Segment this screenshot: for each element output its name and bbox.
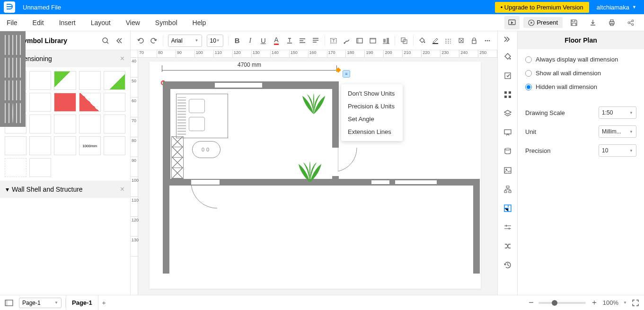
symbol-item[interactable] xyxy=(54,136,76,155)
font-select[interactable]: Arial▼ xyxy=(168,35,202,47)
menu-symbol[interactable]: Symbol xyxy=(155,19,177,27)
symbol-item[interactable] xyxy=(29,136,51,155)
shadow-button[interactable] xyxy=(457,34,466,47)
font-color-button[interactable]: A xyxy=(272,34,281,47)
align-button[interactable] xyxy=(298,34,307,47)
symbol-item[interactable] xyxy=(54,115,76,133)
symbol-item[interactable] xyxy=(54,93,76,112)
download-icon[interactable] xyxy=(585,16,600,29)
zoom-in-button[interactable]: ＋ xyxy=(591,298,598,308)
share-icon[interactable] xyxy=(623,16,638,29)
radio-always-display[interactable]: Always display wall dimension xyxy=(525,56,636,63)
bold-button[interactable]: B xyxy=(233,34,241,47)
canvas[interactable]: 7080901001101201301401501601701801902002… xyxy=(131,50,497,295)
symbol-item[interactable] xyxy=(20,103,21,123)
bed-symbol[interactable] xyxy=(176,94,228,138)
floorplan-icon[interactable] xyxy=(501,202,514,215)
italic-button[interactable]: I xyxy=(246,34,255,47)
symbol-item[interactable] xyxy=(9,103,9,123)
symbol-item[interactable] xyxy=(29,158,51,177)
mat-symbol[interactable]: 00 xyxy=(192,141,221,158)
symbol-item[interactable] xyxy=(104,115,125,133)
plant-symbol[interactable] xyxy=(300,92,327,115)
radio-show-all[interactable]: Show all wall dimension xyxy=(525,70,636,77)
underline-button[interactable]: U xyxy=(259,34,268,47)
menu-layout[interactable]: Layout xyxy=(91,19,111,27)
text-direction-button[interactable] xyxy=(285,34,294,47)
symbol-item[interactable]: 1000mm xyxy=(79,136,101,155)
export-icon[interactable] xyxy=(501,69,514,82)
symbol-item[interactable] xyxy=(5,80,6,100)
fullscreen-icon[interactable] xyxy=(632,299,639,307)
drawing-scale-select[interactable]: 1:50▼ xyxy=(599,106,636,119)
save-icon[interactable] xyxy=(566,16,582,29)
dimension-line[interactable]: 4700 mm xyxy=(162,65,337,75)
menu-help[interactable]: Help xyxy=(193,19,206,27)
zoom-slider[interactable] xyxy=(538,302,586,304)
plant-symbol[interactable] xyxy=(296,160,324,184)
dimension-options-button[interactable]: ≡ xyxy=(343,70,350,78)
line-color-button[interactable] xyxy=(431,34,440,47)
ctx-extension-lines[interactable]: Extension Lines xyxy=(341,125,403,138)
grid-icon[interactable] xyxy=(501,88,514,101)
page-outline-icon[interactable] xyxy=(5,299,15,307)
page[interactable]: 4700 mm ≡ xyxy=(150,62,481,289)
radio-hidden[interactable]: Hidden wall dimension xyxy=(525,83,636,90)
group-button[interactable] xyxy=(400,34,408,47)
page-select[interactable]: Page-1▼ xyxy=(19,298,62,308)
symbol-item[interactable] xyxy=(29,115,51,133)
add-page-button[interactable]: ＋ xyxy=(98,299,110,307)
align-objects-button[interactable] xyxy=(382,34,390,47)
symbol-item[interactable] xyxy=(5,58,6,78)
present-button[interactable]: Present xyxy=(523,17,563,28)
page-tab[interactable]: Page-1 xyxy=(66,295,98,310)
expand-panel-icon[interactable] xyxy=(501,34,514,44)
ctx-precision-units[interactable]: Precision & Units xyxy=(341,100,403,113)
fill-button[interactable] xyxy=(418,34,426,47)
sitemap-icon[interactable] xyxy=(501,183,514,196)
zoom-caret-icon[interactable]: ▼ xyxy=(623,301,627,305)
symbol-item[interactable] xyxy=(29,71,51,90)
container1-button[interactable] xyxy=(356,34,364,47)
undo-button[interactable] xyxy=(136,34,145,47)
symbol-item[interactable] xyxy=(104,93,125,112)
ruler-icon[interactable] xyxy=(501,221,514,234)
symbol-item[interactable] xyxy=(9,80,9,100)
file-name[interactable]: Unnamed File xyxy=(23,4,61,11)
image-icon[interactable] xyxy=(501,164,514,177)
symbol-item[interactable] xyxy=(12,35,13,55)
container2-button[interactable] xyxy=(369,34,377,47)
symbol-item[interactable] xyxy=(104,71,125,90)
menu-insert[interactable]: Insert xyxy=(59,19,76,27)
collapse-sidebar-icon[interactable] xyxy=(115,37,124,44)
history-icon[interactable] xyxy=(501,258,514,272)
section-wall[interactable]: ▾ Wall Shell and Structure × xyxy=(0,181,130,198)
text-box-button[interactable]: T xyxy=(329,34,338,47)
line-style-button[interactable] xyxy=(444,34,452,47)
symbol-item[interactable] xyxy=(16,80,17,100)
symbol-item[interactable] xyxy=(5,136,26,155)
zoom-out-button[interactable]: − xyxy=(529,298,534,308)
menu-view[interactable]: View xyxy=(126,19,140,27)
ctx-set-angle[interactable]: Set Angle xyxy=(341,113,403,125)
print-icon[interactable] xyxy=(604,16,619,29)
symbol-item[interactable] xyxy=(5,35,6,55)
more-button[interactable] xyxy=(483,34,492,47)
symbol-item[interactable] xyxy=(79,93,101,112)
symbol-item[interactable] xyxy=(20,80,21,100)
symbol-item[interactable] xyxy=(16,35,17,55)
symbol-item[interactable] xyxy=(9,58,9,78)
shelf-symbol[interactable] xyxy=(171,136,184,179)
close-section-icon[interactable]: × xyxy=(120,185,124,194)
search-icon[interactable] xyxy=(102,37,111,44)
layers-icon[interactable] xyxy=(501,107,514,120)
zoom-value[interactable]: 100% xyxy=(603,299,618,306)
symbol-item[interactable] xyxy=(5,103,6,123)
upgrade-button[interactable]: • Upgrade to Premium Version xyxy=(495,2,589,13)
symbol-item[interactable] xyxy=(79,71,101,90)
symbol-item[interactable] xyxy=(104,136,125,155)
theme-icon[interactable] xyxy=(501,50,514,63)
unit-select[interactable]: Millim...▼ xyxy=(599,125,636,138)
symbol-item[interactable] xyxy=(29,93,51,112)
shuffle-icon[interactable] xyxy=(501,239,514,253)
